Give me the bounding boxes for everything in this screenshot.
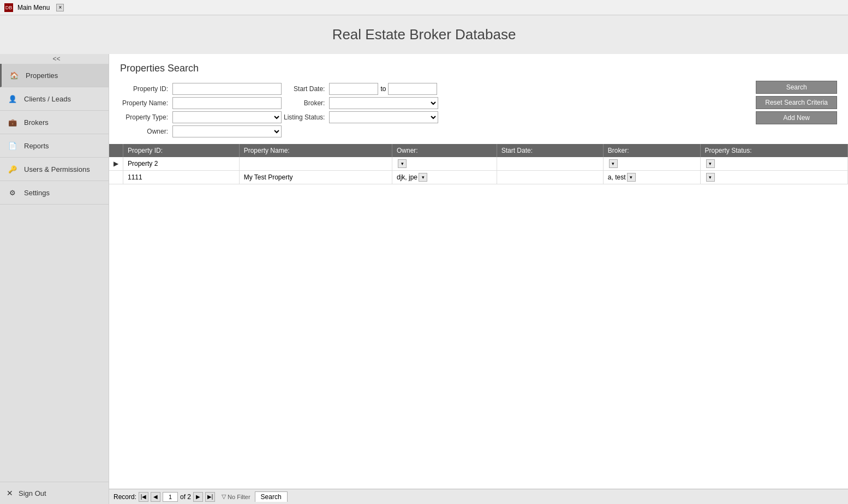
settings-icon: ⚙ — [7, 187, 19, 199]
nav-next-button[interactable]: ▶ — [193, 492, 203, 502]
owner-dropdown[interactable]: ▾ — [398, 159, 407, 168]
broker-cell — [329, 97, 438, 109]
start-date-label: Start Date: — [284, 83, 327, 95]
sidebar-label-brokers: Brokers — [24, 118, 49, 127]
sidebar-item-reports[interactable]: 📄 Reports — [0, 134, 109, 158]
properties-icon: 🏠 — [8, 69, 20, 81]
cell-start-date — [497, 171, 603, 184]
form-row-3: Property Type: Listing Status: — [122, 111, 438, 123]
cell-property-id: Property 2 — [123, 157, 240, 171]
close-button[interactable]: × — [56, 4, 64, 11]
form-row-4: Owner: — [122, 125, 438, 137]
broker-dropdown[interactable]: ▾ — [609, 159, 618, 168]
record-label: Record: — [114, 493, 136, 501]
title-bar-label: Main Menu — [17, 4, 50, 11]
row-arrow — [109, 171, 123, 184]
search-button[interactable]: Search — [756, 81, 837, 94]
owner-select[interactable] — [172, 125, 282, 137]
sidebar-label-users: Users & Permissions — [24, 165, 90, 173]
property-name-cell — [172, 97, 282, 109]
property-type-select[interactable] — [172, 111, 282, 123]
status-cell-content: ▾ — [705, 173, 844, 182]
cell-broker: ▾ — [603, 157, 700, 171]
col-arrow — [109, 144, 123, 157]
status-dropdown[interactable]: ▾ — [706, 173, 715, 182]
buttons-column: Search Reset Search Criteria Add New — [756, 81, 837, 140]
app-icon: DB — [4, 3, 13, 12]
owner-cell-content: djk, jpe▾ — [397, 173, 492, 182]
col-owner: Owner: — [392, 144, 497, 157]
broker-value: a, test — [608, 173, 626, 181]
signout-label: Sign Out — [19, 489, 46, 497]
collapse-button[interactable]: << — [4, 54, 109, 64]
date-range: to — [329, 83, 438, 95]
cell-property-status: ▾ — [700, 157, 848, 171]
sidebar: << 🏠 Properties 👤 Clients / Leads 💼 Brok… — [0, 54, 109, 504]
col-property-name: Property Name: — [239, 144, 392, 157]
search-area: Properties Search Property ID: Start Dat… — [109, 54, 848, 144]
sidebar-label-reports: Reports — [24, 142, 49, 150]
sidebar-item-properties[interactable]: 🏠 Properties — [0, 64, 109, 87]
sidebar-label-clients: Clients / Leads — [24, 95, 71, 103]
broker-dropdown[interactable]: ▾ — [627, 173, 636, 182]
signout-button[interactable]: ✕ Sign Out — [0, 482, 109, 504]
start-date-from-input[interactable] — [329, 83, 378, 95]
no-filter-label: No Filter — [228, 494, 250, 500]
cell-start-date — [497, 157, 603, 171]
col-property-status: Property Status: — [700, 144, 848, 157]
upper-form: Property ID: Start Date: to — [120, 81, 837, 140]
property-type-cell — [172, 111, 282, 123]
row-arrow: ▶ — [109, 157, 123, 171]
cell-property-status: ▾ — [700, 171, 848, 184]
status-dropdown[interactable]: ▾ — [706, 159, 715, 168]
nav-last-button[interactable]: ▶| — [205, 492, 215, 502]
broker-cell-content: a, test▾ — [608, 173, 696, 182]
listing-status-select[interactable] — [329, 111, 438, 123]
owner-dropdown[interactable]: ▾ — [419, 173, 427, 182]
owner-label: Owner: — [122, 125, 170, 137]
reset-button[interactable]: Reset Search Criteria — [756, 96, 837, 109]
cell-owner: djk, jpe▾ — [392, 171, 497, 184]
owner-value: djk, jpe — [397, 173, 417, 181]
property-id-input[interactable] — [172, 83, 282, 95]
table-row[interactable]: 1111My Test Propertydjk, jpe▾a, test▾▾ — [109, 171, 848, 184]
search-tab[interactable]: Search — [255, 491, 288, 502]
property-name-input[interactable] — [172, 97, 282, 109]
sidebar-item-brokers[interactable]: 💼 Brokers — [0, 111, 109, 134]
status-cell-content: ▾ — [705, 159, 844, 168]
app-container: Real Estate Broker Database << 🏠 Propert… — [0, 15, 848, 504]
form-table: Property ID: Start Date: to — [120, 81, 440, 140]
users-icon: 🔑 — [7, 163, 19, 175]
table-row[interactable]: ▶Property 2▾▾▾ — [109, 157, 848, 171]
main-content: Properties Search Property ID: Start Dat… — [109, 54, 848, 504]
search-title: Properties Search — [120, 63, 837, 74]
brokers-icon: 💼 — [7, 116, 19, 128]
cell-property-id: 1111 — [123, 171, 240, 184]
broker-select[interactable] — [329, 97, 438, 109]
start-date-to-input[interactable] — [388, 83, 437, 95]
cell-owner: ▾ — [392, 157, 497, 171]
broker-label: Broker: — [284, 97, 327, 109]
col-start-date: Start Date: — [497, 144, 603, 157]
add-new-button[interactable]: Add New — [756, 111, 837, 124]
nav-first-button[interactable]: |◀ — [139, 492, 148, 502]
col-broker: Broker: — [603, 144, 700, 157]
nav-prev-button[interactable]: ◀ — [151, 492, 160, 502]
signout-icon: ✕ — [7, 489, 13, 497]
no-filter: ▽ No Filter — [222, 493, 250, 500]
sidebar-item-settings[interactable]: ⚙ Settings — [0, 181, 109, 205]
broker-cell-content: ▾ — [608, 159, 696, 168]
properties-table: Property ID: Property Name: Owner: Start… — [109, 144, 848, 184]
owner-cell-content: ▾ — [397, 159, 492, 168]
start-date-cell: to — [329, 83, 438, 95]
sidebar-item-clients[interactable]: 👤 Clients / Leads — [0, 87, 109, 111]
app-title: Real Estate Broker Database — [0, 15, 848, 54]
property-id-cell — [172, 83, 282, 95]
sidebar-item-users[interactable]: 🔑 Users & Permissions — [0, 158, 109, 181]
property-id-label: Property ID: — [122, 83, 170, 95]
listing-status-label: Listing Status: — [284, 111, 327, 123]
page-input[interactable] — [163, 492, 178, 502]
body-area: << 🏠 Properties 👤 Clients / Leads 💼 Brok… — [0, 54, 848, 504]
property-name-label: Property Name: — [122, 97, 170, 109]
current-page — [163, 492, 178, 502]
